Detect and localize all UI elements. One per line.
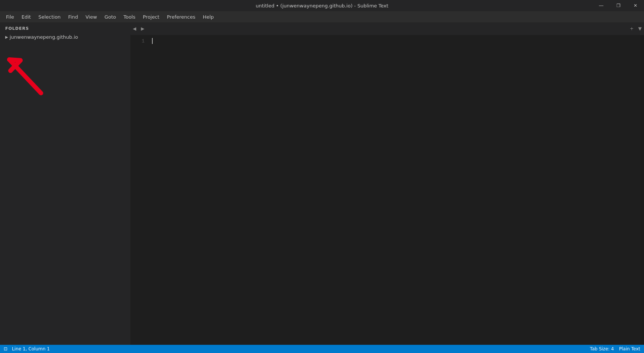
menu-item-find[interactable]: Find [64,13,82,21]
menu-item-file[interactable]: File [2,13,18,21]
menu-item-tools[interactable]: Tools [120,13,139,21]
line-number: 1 [130,38,145,45]
editor-area: ◀ ▶ + ▼ 1 [130,22,644,345]
menu-bar: FileEditSelectionFindViewGotoToolsProjec… [0,11,644,22]
close-button[interactable]: ✕ [627,0,644,11]
status-left: ⊡ Line 1, Column 1 [4,346,50,352]
menu-item-preferences[interactable]: Preferences [163,13,199,21]
minimize-button[interactable]: — [593,0,610,11]
tab-bar-right: + ▼ [628,22,644,35]
add-tab-button[interactable]: + [628,22,636,35]
main-area: FOLDERS ▶ junwenwaynepeng.github.io ◀ ▶ … [0,22,644,345]
tab-size[interactable]: Tab Size: 4 [590,346,614,352]
menu-item-goto[interactable]: Goto [101,13,120,21]
window-controls: — ❐ ✕ [593,0,644,11]
tab-bar: ◀ ▶ + ▼ [130,22,644,35]
svg-line-0 [9,60,41,93]
menu-item-view[interactable]: View [82,13,101,21]
syntax-label[interactable]: Plain Text [619,346,640,352]
line-numbers: 1 [130,35,149,345]
tab-dropdown-button[interactable]: ▼ [636,22,644,35]
status-right: Tab Size: 4 Plain Text [590,346,640,352]
status-bar: ⊡ Line 1, Column 1 Tab Size: 4 Plain Tex… [0,345,644,353]
text-cursor [152,38,153,44]
sidebar: FOLDERS ▶ junwenwaynepeng.github.io [0,22,130,345]
folder-item[interactable]: ▶ junwenwaynepeng.github.io [0,33,130,41]
title-bar: untitled • (junwenwaynepeng.github.io) -… [0,0,644,11]
folder-name: junwenwaynepeng.github.io [10,34,78,40]
window-title: untitled • (junwenwaynepeng.github.io) -… [256,3,388,9]
annotation-arrow [0,52,48,97]
code-editor[interactable] [149,35,640,345]
cursor-position[interactable]: Line 1, Column 1 [12,346,50,352]
folders-label: FOLDERS [0,22,130,33]
status-icon[interactable]: ⊡ [4,346,7,352]
menu-item-selection[interactable]: Selection [35,13,64,21]
minimap [640,35,644,345]
tab-nav-left[interactable]: ◀ [130,22,139,35]
menu-item-edit[interactable]: Edit [18,13,35,21]
menu-item-help[interactable]: Help [199,13,218,21]
menu-item-project[interactable]: Project [139,13,163,21]
maximize-button[interactable]: ❐ [610,0,627,11]
tab-nav-right[interactable]: ▶ [139,22,147,35]
folder-arrow-icon: ▶ [5,35,8,39]
code-area[interactable]: 1 [130,35,644,345]
